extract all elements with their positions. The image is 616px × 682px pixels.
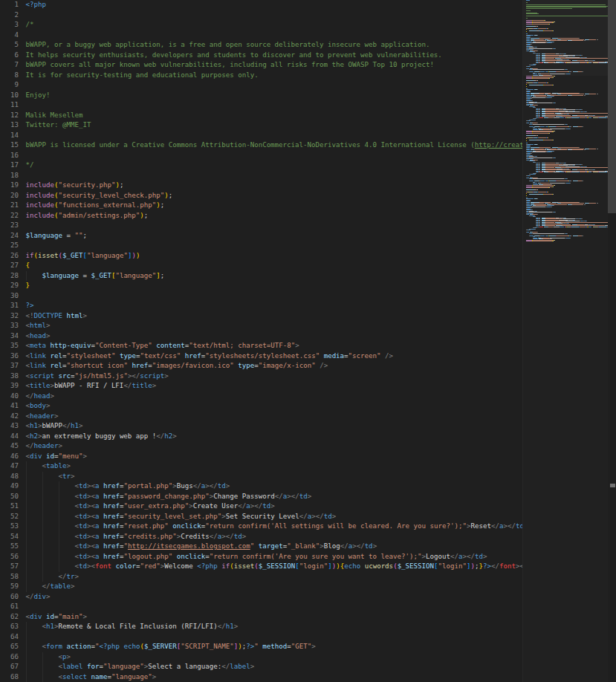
- code-line[interactable]: 4: [0, 30, 522, 41]
- code-line[interactable]: 34<head>: [0, 331, 522, 342]
- code-line[interactable]: 33<html>: [0, 321, 522, 331]
- code-line[interactable]: 15bWAPP is licensed under a Creative Com…: [0, 140, 522, 151]
- line-number[interactable]: 44: [0, 432, 19, 442]
- code-line[interactable]: 54 <td><a href="credits.php">Credits</a>…: [0, 532, 522, 542]
- code-line[interactable]: 52 <td><a href="security_level_set.php">…: [0, 512, 522, 522]
- vertical-scrollbar[interactable]: [607, 0, 616, 682]
- code-line[interactable]: 27{: [0, 261, 522, 271]
- code-line[interactable]: 8It is for security-testing and educatio…: [0, 71, 522, 81]
- code-line[interactable]: 23: [0, 221, 522, 231]
- line-number[interactable]: 57: [0, 562, 19, 572]
- line-number[interactable]: 47: [0, 461, 19, 472]
- code-line[interactable]: 47 <table>: [0, 461, 522, 472]
- code-line[interactable]: 18: [0, 171, 522, 181]
- code-line[interactable]: 43<h1>bWAPP</h1>: [0, 421, 522, 432]
- line-number[interactable]: 50: [0, 492, 19, 502]
- code-line[interactable]: 66 <p>: [0, 652, 522, 663]
- line-number[interactable]: 24: [0, 231, 19, 241]
- code-line[interactable]: 26if(isset($_GET["language"])): [0, 251, 522, 262]
- line-number[interactable]: 56: [0, 552, 19, 562]
- line-number[interactable]: 63: [0, 622, 19, 632]
- code-line[interactable]: 39<title>bWAPP - RFI / LFI</title>: [0, 381, 522, 392]
- code-line[interactable]: 57 <td><font color="red">Welcome <?php i…: [0, 562, 522, 572]
- code-line[interactable]: 44<h2>an extremely buggy web app !</h2>: [0, 432, 522, 442]
- line-number[interactable]: 51: [0, 501, 19, 512]
- line-number[interactable]: 49: [0, 481, 19, 492]
- code-line[interactable]: 9: [0, 80, 522, 91]
- code-line[interactable]: 10Enjoy!: [0, 91, 522, 101]
- line-number[interactable]: 11: [0, 100, 19, 111]
- code-line[interactable]: 7bWAPP covers all major known web vulner…: [0, 60, 522, 71]
- line-number[interactable]: 14: [0, 131, 19, 141]
- line-number[interactable]: 59: [0, 582, 19, 592]
- scrollbar-thumb[interactable]: [608, 0, 616, 213]
- line-number[interactable]: 39: [0, 381, 19, 392]
- line-number[interactable]: 43: [0, 421, 19, 432]
- line-number[interactable]: 5: [0, 40, 19, 51]
- line-number[interactable]: 22: [0, 211, 19, 221]
- code-line[interactable]: 35<meta http-equiv="Content-Type" conten…: [0, 341, 522, 351]
- code-line[interactable]: 56 <td><a href="logout.php" onclick="ret…: [0, 552, 522, 562]
- code-line[interactable]: 53 <td><a href="reset.php" onclick="retu…: [0, 522, 522, 532]
- line-number[interactable]: 3: [0, 20, 19, 30]
- code-line[interactable]: 48 <tr>: [0, 472, 522, 482]
- line-number[interactable]: 12: [0, 111, 19, 121]
- line-number[interactable]: 4: [0, 30, 19, 41]
- code-line[interactable]: 22include("admin/settings.php");: [0, 211, 522, 221]
- code-line[interactable]: 37<link rel="shortcut icon" href="images…: [0, 361, 522, 371]
- code-line[interactable]: 67 <label for="language">Select a langua…: [0, 662, 522, 672]
- line-number[interactable]: 55: [0, 542, 19, 552]
- line-number[interactable]: 30: [0, 291, 19, 302]
- line-number[interactable]: 35: [0, 341, 19, 351]
- line-number[interactable]: 23: [0, 221, 19, 231]
- line-number[interactable]: 48: [0, 472, 19, 482]
- line-number[interactable]: 41: [0, 401, 19, 412]
- line-number[interactable]: 2: [0, 10, 19, 21]
- code-line[interactable]: 14: [0, 131, 522, 141]
- code-line[interactable]: 68 <select name="language">: [0, 672, 522, 682]
- code-line[interactable]: 61: [0, 602, 522, 612]
- code-line[interactable]: 59 </table>: [0, 582, 522, 592]
- code-line[interactable]: 1<?php: [0, 0, 522, 10]
- line-number[interactable]: 20: [0, 191, 19, 201]
- code-line[interactable]: 41<body>: [0, 401, 522, 412]
- code-line[interactable]: 24$language = "";: [0, 231, 522, 241]
- line-number[interactable]: 67: [0, 662, 19, 672]
- line-number[interactable]: 31: [0, 301, 19, 311]
- code-line[interactable]: 65 <form action="<?php echo($_SERVER["SC…: [0, 642, 522, 652]
- line-number[interactable]: 1: [0, 0, 19, 10]
- code-line[interactable]: 29}: [0, 281, 522, 291]
- code-line[interactable]: 58 </tr>: [0, 572, 522, 582]
- line-number[interactable]: 13: [0, 120, 19, 131]
- code-line[interactable]: 28 $language = $_GET["language"];: [0, 271, 522, 282]
- code-line[interactable]: 36<link rel="stylesheet" type="text/css"…: [0, 351, 522, 362]
- line-number[interactable]: 7: [0, 60, 19, 71]
- code-line[interactable]: 50 <td><a href="password_change.php">Cha…: [0, 492, 522, 502]
- code-line[interactable]: 49 <td><a href="portal.php">Bugs</a></td…: [0, 481, 522, 492]
- line-number[interactable]: 68: [0, 672, 19, 682]
- code-line[interactable]: 45</header>: [0, 441, 522, 452]
- code-area[interactable]: 1<?php23/*45bWAPP, or a buggy web applic…: [0, 0, 522, 682]
- minimap[interactable]: [522, 0, 608, 682]
- line-number[interactable]: 36: [0, 351, 19, 362]
- code-line[interactable]: 60</div>: [0, 592, 522, 603]
- code-line[interactable]: 63 <h1>Remote & Local File Inclusion (RF…: [0, 622, 522, 632]
- code-line[interactable]: 20include("security_level_check.php");: [0, 191, 522, 201]
- line-number[interactable]: 9: [0, 80, 19, 91]
- line-number[interactable]: 64: [0, 632, 19, 643]
- code-line[interactable]: 5bWAPP, or a buggy web application, is a…: [0, 40, 522, 51]
- line-number[interactable]: 42: [0, 412, 19, 422]
- line-number[interactable]: 25: [0, 241, 19, 251]
- line-number[interactable]: 19: [0, 181, 19, 191]
- code-line[interactable]: 16: [0, 151, 522, 161]
- line-number[interactable]: 28: [0, 271, 19, 282]
- line-number[interactable]: 37: [0, 361, 19, 371]
- line-number[interactable]: 66: [0, 652, 19, 663]
- code-line[interactable]: 51 <td><a href="user_extra.php">Create U…: [0, 501, 522, 512]
- line-number[interactable]: 61: [0, 602, 19, 612]
- line-number[interactable]: 40: [0, 392, 19, 402]
- line-number[interactable]: 65: [0, 642, 19, 652]
- line-number[interactable]: 46: [0, 452, 19, 462]
- code-line[interactable]: 3/*: [0, 20, 522, 30]
- line-number[interactable]: 26: [0, 251, 19, 262]
